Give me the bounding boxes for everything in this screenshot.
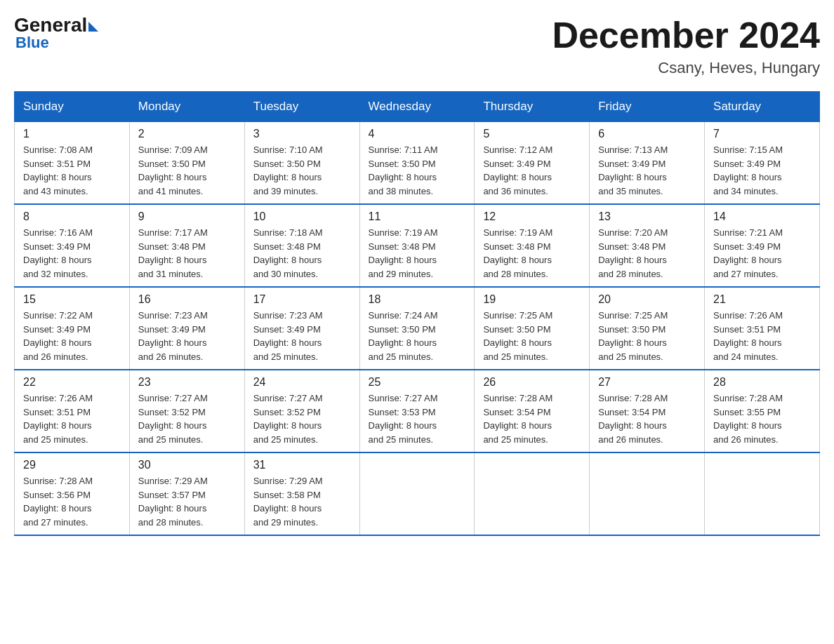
header-thursday: Thursday	[475, 92, 590, 121]
day-number: 30	[138, 459, 236, 471]
table-row: 26Sunrise: 7:28 AMSunset: 3:54 PMDayligh…	[475, 370, 590, 452]
table-row: 15Sunrise: 7:22 AMSunset: 3:49 PMDayligh…	[15, 287, 130, 370]
table-row	[475, 452, 590, 535]
day-info: Sunrise: 7:28 AMSunset: 3:56 PMDaylight:…	[23, 474, 121, 529]
day-info: Sunrise: 7:10 AMSunset: 3:50 PMDaylight:…	[253, 143, 351, 198]
table-row: 10Sunrise: 7:18 AMSunset: 3:48 PMDayligh…	[244, 204, 359, 287]
calendar-week-row: 15Sunrise: 7:22 AMSunset: 3:49 PMDayligh…	[15, 287, 820, 370]
day-number: 16	[138, 293, 236, 306]
day-info: Sunrise: 7:20 AMSunset: 3:48 PMDaylight:…	[598, 226, 696, 281]
day-number: 24	[253, 376, 351, 389]
day-info: Sunrise: 7:29 AMSunset: 3:57 PMDaylight:…	[138, 474, 236, 529]
table-row: 8Sunrise: 7:16 AMSunset: 3:49 PMDaylight…	[15, 204, 130, 287]
table-row: 28Sunrise: 7:28 AMSunset: 3:55 PMDayligh…	[705, 370, 820, 452]
table-row: 6Sunrise: 7:13 AMSunset: 3:49 PMDaylight…	[590, 121, 705, 204]
day-number: 29	[23, 459, 121, 471]
table-row: 21Sunrise: 7:26 AMSunset: 3:51 PMDayligh…	[705, 287, 820, 370]
day-number: 14	[713, 210, 811, 223]
table-row: 20Sunrise: 7:25 AMSunset: 3:50 PMDayligh…	[590, 287, 705, 370]
day-info: Sunrise: 7:12 AMSunset: 3:49 PMDaylight:…	[483, 143, 581, 198]
day-info: Sunrise: 7:25 AMSunset: 3:50 PMDaylight:…	[598, 309, 696, 363]
table-row: 7Sunrise: 7:15 AMSunset: 3:49 PMDaylight…	[705, 121, 820, 204]
day-info: Sunrise: 7:09 AMSunset: 3:50 PMDaylight:…	[138, 143, 236, 198]
table-row: 3Sunrise: 7:10 AMSunset: 3:50 PMDaylight…	[244, 121, 359, 204]
table-row: 1Sunrise: 7:08 AMSunset: 3:51 PMDaylight…	[15, 121, 130, 204]
calendar-week-row: 29Sunrise: 7:28 AMSunset: 3:56 PMDayligh…	[15, 452, 820, 535]
table-row: 31Sunrise: 7:29 AMSunset: 3:58 PMDayligh…	[244, 452, 359, 535]
day-info: Sunrise: 7:23 AMSunset: 3:49 PMDaylight:…	[138, 309, 236, 363]
day-info: Sunrise: 7:13 AMSunset: 3:49 PMDaylight:…	[598, 143, 696, 198]
day-number: 31	[253, 459, 351, 471]
day-info: Sunrise: 7:16 AMSunset: 3:49 PMDaylight:…	[23, 226, 121, 281]
table-row: 29Sunrise: 7:28 AMSunset: 3:56 PMDayligh…	[15, 452, 130, 535]
day-info: Sunrise: 7:19 AMSunset: 3:48 PMDaylight:…	[369, 226, 466, 281]
day-info: Sunrise: 7:27 AMSunset: 3:52 PMDaylight:…	[138, 391, 236, 446]
day-info: Sunrise: 7:22 AMSunset: 3:49 PMDaylight:…	[23, 309, 121, 363]
day-number: 8	[23, 210, 121, 223]
day-number: 25	[369, 376, 466, 389]
calendar-week-row: 1Sunrise: 7:08 AMSunset: 3:51 PMDaylight…	[15, 121, 820, 204]
day-info: Sunrise: 7:29 AMSunset: 3:58 PMDaylight:…	[253, 474, 351, 529]
day-number: 4	[369, 128, 466, 140]
day-info: Sunrise: 7:21 AMSunset: 3:49 PMDaylight:…	[713, 226, 811, 281]
day-number: 18	[369, 293, 466, 306]
table-row: 13Sunrise: 7:20 AMSunset: 3:48 PMDayligh…	[590, 204, 705, 287]
header-tuesday: Tuesday	[244, 92, 359, 121]
table-row: 24Sunrise: 7:27 AMSunset: 3:52 PMDayligh…	[244, 370, 359, 452]
day-number: 21	[713, 293, 811, 306]
day-number: 20	[598, 293, 696, 306]
day-info: Sunrise: 7:28 AMSunset: 3:54 PMDaylight:…	[598, 391, 696, 446]
table-row: 23Sunrise: 7:27 AMSunset: 3:52 PMDayligh…	[129, 370, 244, 452]
table-row: 9Sunrise: 7:17 AMSunset: 3:48 PMDaylight…	[129, 204, 244, 287]
day-number: 5	[483, 128, 581, 140]
day-number: 3	[253, 128, 351, 140]
day-number: 26	[483, 376, 581, 389]
day-info: Sunrise: 7:27 AMSunset: 3:52 PMDaylight:…	[253, 391, 351, 446]
day-number: 9	[138, 210, 236, 223]
day-number: 22	[23, 376, 121, 389]
title-section: December 2024 Csany, Heves, Hungary	[552, 14, 820, 77]
table-row	[359, 452, 475, 535]
day-number: 17	[253, 293, 351, 306]
table-row: 19Sunrise: 7:25 AMSunset: 3:50 PMDayligh…	[475, 287, 590, 370]
calendar-table: Sunday Monday Tuesday Wednesday Thursday…	[14, 91, 820, 536]
table-row: 5Sunrise: 7:12 AMSunset: 3:49 PMDaylight…	[475, 121, 590, 204]
day-info: Sunrise: 7:17 AMSunset: 3:48 PMDaylight:…	[138, 226, 236, 281]
table-row: 18Sunrise: 7:24 AMSunset: 3:50 PMDayligh…	[359, 287, 475, 370]
day-info: Sunrise: 7:15 AMSunset: 3:49 PMDaylight:…	[713, 143, 811, 198]
day-number: 11	[369, 210, 466, 223]
header-wednesday: Wednesday	[359, 92, 475, 121]
table-row: 22Sunrise: 7:26 AMSunset: 3:51 PMDayligh…	[15, 370, 130, 452]
day-info: Sunrise: 7:18 AMSunset: 3:48 PMDaylight:…	[253, 226, 351, 281]
day-number: 7	[713, 128, 811, 140]
day-number: 6	[598, 128, 696, 140]
logo: General Blue	[14, 14, 98, 52]
day-number: 19	[483, 293, 581, 306]
day-number: 27	[598, 376, 696, 389]
day-info: Sunrise: 7:26 AMSunset: 3:51 PMDaylight:…	[713, 309, 811, 363]
day-info: Sunrise: 7:08 AMSunset: 3:51 PMDaylight:…	[23, 143, 121, 198]
day-info: Sunrise: 7:28 AMSunset: 3:55 PMDaylight:…	[713, 391, 811, 446]
calendar-week-row: 8Sunrise: 7:16 AMSunset: 3:49 PMDaylight…	[15, 204, 820, 287]
logo-triangle-icon	[88, 22, 98, 32]
table-row: 14Sunrise: 7:21 AMSunset: 3:49 PMDayligh…	[705, 204, 820, 287]
calendar-week-row: 22Sunrise: 7:26 AMSunset: 3:51 PMDayligh…	[15, 370, 820, 452]
month-title: December 2024	[552, 14, 820, 56]
table-row: 25Sunrise: 7:27 AMSunset: 3:53 PMDayligh…	[359, 370, 475, 452]
table-row	[590, 452, 705, 535]
day-info: Sunrise: 7:25 AMSunset: 3:50 PMDaylight:…	[483, 309, 581, 363]
logo-blue: Blue	[15, 34, 49, 52]
day-number: 10	[253, 210, 351, 223]
day-info: Sunrise: 7:26 AMSunset: 3:51 PMDaylight:…	[23, 391, 121, 446]
day-number: 15	[23, 293, 121, 306]
header-friday: Friday	[590, 92, 705, 121]
table-row: 11Sunrise: 7:19 AMSunset: 3:48 PMDayligh…	[359, 204, 475, 287]
header-monday: Monday	[129, 92, 244, 121]
day-info: Sunrise: 7:19 AMSunset: 3:48 PMDaylight:…	[483, 226, 581, 281]
table-row: 16Sunrise: 7:23 AMSunset: 3:49 PMDayligh…	[129, 287, 244, 370]
page-header: General Blue December 2024 Csany, Heves,…	[14, 14, 820, 77]
header-saturday: Saturday	[705, 92, 820, 121]
day-info: Sunrise: 7:28 AMSunset: 3:54 PMDaylight:…	[483, 391, 581, 446]
day-number: 2	[138, 128, 236, 140]
day-info: Sunrise: 7:24 AMSunset: 3:50 PMDaylight:…	[369, 309, 466, 363]
